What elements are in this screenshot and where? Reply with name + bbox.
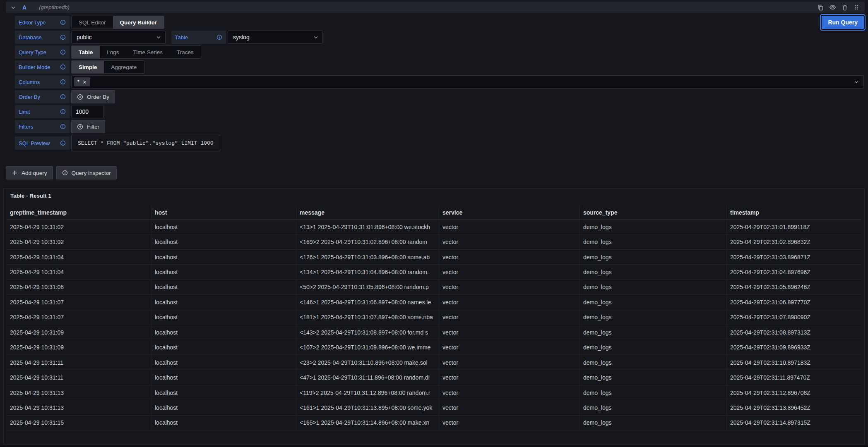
duplicate-icon[interactable] (817, 4, 824, 11)
table-cell: 2025-04-29 10:31:02 (7, 220, 151, 234)
query-actions: Add query Query inspector (6, 166, 117, 179)
table-cell: demo_logs (580, 370, 727, 385)
table-cell: localhost (151, 385, 296, 400)
table-label: Table (171, 31, 226, 44)
collapse-chevron-icon[interactable] (10, 4, 17, 11)
column-header-message[interactable]: message (296, 206, 439, 219)
table-cell: <13>1 2025-04-29T10:31:01.896+08:00 we.s… (296, 220, 439, 234)
table-cell: <119>2 2025-04-29T10:31:12.896+08:00 ran… (296, 385, 439, 400)
query-type-option-table[interactable]: Table (72, 46, 100, 58)
table-cell: <165>1 2025-04-29T10:31:14.896+08:00 mak… (296, 416, 439, 430)
column-header-timestamp[interactable]: timestamp (727, 206, 861, 219)
table-cell: 2025-04-29 10:31:04 (7, 250, 151, 264)
builder-mode-label: Builder Mode (15, 60, 70, 74)
table-row: 2025-04-29 10:31:11 localhost <47>1 2025… (7, 370, 861, 385)
info-icon[interactable] (60, 109, 66, 115)
add-order-by-button[interactable]: Order By (71, 90, 115, 103)
columns-multiselect[interactable]: * (71, 75, 864, 88)
editor-type-label: Editor Type (15, 16, 70, 29)
table-cell: <169>2 2025-04-29T10:31:02.896+08:00 ran… (296, 234, 439, 249)
table-cell: 2025-04-29T02:31:06.897770Z (727, 295, 861, 309)
table-cell: vector (439, 400, 580, 415)
table-cell: localhost (151, 295, 296, 309)
table-row: 2025-04-29 10:31:11 localhost <23>2 2025… (7, 355, 861, 370)
builder-mode-row: Builder Mode Simple Aggregate (15, 60, 864, 74)
chevron-down-icon (854, 79, 859, 85)
builder-mode-option-aggregate[interactable]: Aggregate (104, 61, 144, 73)
info-icon[interactable] (60, 64, 66, 70)
column-header-source-type[interactable]: source_type (580, 206, 727, 219)
table-cell: <134>1 2025-04-29T10:31:04.896+08:00 ran… (296, 265, 439, 279)
table-cell: 2025-04-29T02:31:03.896871Z (727, 250, 861, 264)
column-header-host[interactable]: host (151, 206, 296, 219)
table-cell: 2025-04-29T02:31:08.897313Z (727, 325, 861, 339)
table-cell: demo_logs (580, 310, 727, 325)
info-icon[interactable] (216, 34, 222, 40)
add-query-button[interactable]: Add query (6, 166, 53, 179)
builder-mode-option-simple[interactable]: Simple (72, 61, 104, 73)
table-cell: demo_logs (580, 234, 727, 249)
table-cell: vector (439, 234, 580, 249)
table-cell: <107>2 2025-04-29T10:31:09.896+08:00 we.… (296, 340, 439, 355)
table-cell: vector (439, 325, 580, 339)
table-cell: 2025-04-29 10:31:11 (7, 355, 151, 370)
query-type-option-logs[interactable]: Logs (100, 46, 126, 58)
table-cell: 2025-04-29T02:31:13.896452Z (727, 400, 861, 415)
table-cell: demo_logs (580, 295, 727, 309)
info-icon[interactable] (60, 124, 66, 129)
table-cell: 2025-04-29 10:31:02 (7, 234, 151, 249)
plus-circle-icon (77, 124, 83, 130)
info-icon[interactable] (60, 49, 66, 55)
table-cell: localhost (151, 280, 296, 294)
table-cell: <143>2 2025-04-29T10:31:08.897+08:00 for… (296, 325, 439, 339)
info-icon[interactable] (60, 94, 66, 100)
table-cell: vector (439, 280, 580, 294)
table-cell: localhost (151, 265, 296, 279)
query-builder-form: Editor Type SQL Editor Query Builder Run… (15, 16, 864, 151)
table-row: 2025-04-29 10:31:13 localhost <161>1 202… (7, 400, 861, 415)
limit-input[interactable] (71, 105, 103, 118)
table-cell: 2025-04-29 10:31:11 (7, 370, 151, 385)
editor-type-option-sql-editor[interactable]: SQL Editor (72, 16, 113, 29)
table-cell: 2025-04-29 10:31:07 (7, 295, 151, 309)
table-cell: 2025-04-29 10:31:09 (7, 340, 151, 355)
trash-icon[interactable] (842, 4, 848, 11)
table-cell: vector (439, 265, 580, 279)
table-cell: vector (439, 355, 580, 370)
table-cell: 2025-04-29T02:31:09.896933Z (727, 340, 861, 355)
builder-mode-toggle: Simple Aggregate (71, 60, 144, 74)
info-icon[interactable] (60, 79, 66, 85)
table-row: 2025-04-29 10:31:15 localhost <165>1 202… (7, 416, 861, 430)
column-header-greptime-timestamp[interactable]: greptime_timestamp (7, 206, 151, 219)
table-cell: 2025-04-29 10:31:13 (7, 385, 151, 400)
run-query-button[interactable]: Run Query (822, 16, 864, 29)
filters-row: Filters Filter (15, 120, 864, 133)
table-cell: vector (439, 340, 580, 355)
datasource-name: (greptimedb) (39, 4, 70, 10)
table-row: 2025-04-29 10:31:02 localhost <169>2 202… (7, 234, 861, 249)
query-type-option-time-series[interactable]: Time Series (126, 46, 170, 58)
editor-type-option-query-builder[interactable]: Query Builder (113, 16, 164, 29)
table-cell: 2025-04-29T02:31:14.897315Z (727, 416, 861, 430)
remove-tag-icon[interactable] (82, 80, 87, 84)
database-select[interactable]: public (71, 31, 166, 44)
info-icon[interactable] (60, 140, 66, 146)
table-cell: 2025-04-29 10:31:04 (7, 265, 151, 279)
table-select[interactable]: syslog (228, 31, 323, 44)
query-type-toggle: Table Logs Time Series Traces (71, 45, 201, 59)
column-header-service[interactable]: service (439, 206, 580, 219)
table-cell: localhost (151, 400, 296, 415)
table-cell: demo_logs (580, 385, 727, 400)
table-cell: 2025-04-29T02:31:07.898090Z (727, 310, 861, 325)
info-icon[interactable] (60, 34, 66, 40)
eye-icon[interactable] (829, 4, 836, 11)
table-cell: vector (439, 416, 580, 430)
add-filter-button[interactable]: Filter (71, 120, 105, 133)
table-cell: 2025-04-29 10:31:06 (7, 280, 151, 294)
query-type-option-traces[interactable]: Traces (170, 46, 201, 58)
column-tag: * (74, 77, 90, 86)
table-row: 2025-04-29 10:31:13 localhost <119>2 202… (7, 385, 861, 400)
query-inspector-button[interactable]: Query inspector (56, 166, 117, 179)
drag-handle-icon[interactable] (854, 4, 860, 10)
info-icon[interactable] (60, 19, 66, 25)
